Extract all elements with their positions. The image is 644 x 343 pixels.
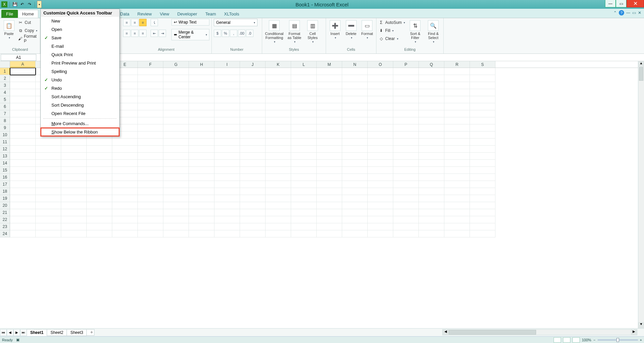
cell[interactable] <box>189 174 214 181</box>
cell[interactable] <box>214 110 240 117</box>
cell[interactable] <box>240 195 266 202</box>
cell[interactable] <box>10 160 36 167</box>
cell[interactable] <box>317 230 342 237</box>
cell[interactable] <box>163 124 189 131</box>
increase-decimal-button[interactable]: .00 <box>238 30 245 37</box>
row-header[interactable]: 8 <box>0 117 10 124</box>
tab-team[interactable]: Team <box>201 10 220 18</box>
cell[interactable] <box>266 110 291 117</box>
fill-button[interactable]: ⬇Fill▾ <box>378 27 405 34</box>
cell[interactable] <box>36 146 61 153</box>
tab-developer[interactable]: Developer <box>173 10 201 18</box>
cell[interactable] <box>342 139 368 146</box>
cell[interactable] <box>214 174 240 181</box>
cell[interactable] <box>138 89 163 96</box>
cell[interactable] <box>214 96 240 103</box>
sheet-tab-sheet3[interactable]: Sheet3 <box>67 329 87 336</box>
qat-menu-item-redo[interactable]: ✓Redo <box>41 84 119 92</box>
cell[interactable] <box>368 124 393 131</box>
cell[interactable] <box>470 181 495 188</box>
cell[interactable] <box>368 75 393 82</box>
row-header[interactable]: 4 <box>0 89 10 96</box>
cell[interactable] <box>61 209 87 216</box>
cell[interactable] <box>317 89 342 96</box>
cell[interactable] <box>36 195 61 202</box>
cell[interactable] <box>470 139 495 146</box>
cell[interactable] <box>87 181 112 188</box>
decrease-indent-button[interactable]: ⇤ <box>151 30 158 37</box>
cell[interactable] <box>444 146 470 153</box>
cell[interactable] <box>266 160 291 167</box>
cell[interactable] <box>163 139 189 146</box>
cell[interactable] <box>419 89 444 96</box>
cell[interactable] <box>419 124 444 131</box>
cell[interactable] <box>87 216 112 223</box>
cell[interactable] <box>368 139 393 146</box>
cell[interactable] <box>419 230 444 237</box>
row-header[interactable]: 22 <box>0 216 10 223</box>
tab-review[interactable]: Review <box>133 10 156 18</box>
cell[interactable] <box>266 103 291 110</box>
horizontal-scrollbar[interactable]: ◀ ▶ <box>442 329 637 335</box>
cell[interactable] <box>342 216 368 223</box>
cell[interactable] <box>240 167 266 174</box>
window-restore-icon[interactable]: ▭ <box>632 10 636 15</box>
cell[interactable] <box>163 160 189 167</box>
cell[interactable] <box>214 209 240 216</box>
cell[interactable] <box>444 139 470 146</box>
cell[interactable] <box>419 223 444 230</box>
cell[interactable] <box>470 110 495 117</box>
cell[interactable] <box>163 68 189 75</box>
cell[interactable] <box>393 96 419 103</box>
cell[interactable] <box>240 146 266 153</box>
scroll-thumb-h[interactable] <box>449 330 536 335</box>
cell[interactable] <box>393 75 419 82</box>
cell[interactable] <box>138 195 163 202</box>
cell[interactable] <box>189 223 214 230</box>
row-header[interactable]: 11 <box>0 139 10 146</box>
cell[interactable] <box>138 230 163 237</box>
percent-button[interactable]: % <box>222 30 229 37</box>
cell[interactable] <box>470 167 495 174</box>
cell[interactable] <box>36 153 61 160</box>
vertical-scrollbar[interactable]: ▲ ▼ <box>638 61 644 328</box>
minimize-ribbon-icon[interactable]: ⌃ <box>613 10 617 15</box>
cell[interactable] <box>189 181 214 188</box>
cell[interactable] <box>61 202 87 209</box>
macro-record-icon[interactable]: ▣ <box>16 338 19 342</box>
cell[interactable] <box>189 75 214 82</box>
cell[interactable] <box>189 202 214 209</box>
cell[interactable] <box>163 223 189 230</box>
cell[interactable] <box>10 89 36 96</box>
cell[interactable] <box>342 153 368 160</box>
qat-menu-item-save[interactable]: ✓Save <box>41 34 119 42</box>
column-header-F[interactable]: F <box>138 61 163 68</box>
cell[interactable] <box>61 160 87 167</box>
qat-menu-item-sort-descending[interactable]: Sort Descending <box>41 101 119 109</box>
cell[interactable] <box>266 153 291 160</box>
cell[interactable] <box>189 110 214 117</box>
clear-button[interactable]: ◇Clear▾ <box>378 35 405 42</box>
cell[interactable] <box>291 82 317 89</box>
cell[interactable] <box>163 167 189 174</box>
cell[interactable] <box>444 131 470 139</box>
cell[interactable] <box>87 202 112 209</box>
cell[interactable] <box>342 160 368 167</box>
cell[interactable] <box>163 181 189 188</box>
row-header[interactable]: 20 <box>0 202 10 209</box>
cell[interactable] <box>87 167 112 174</box>
cell[interactable] <box>393 139 419 146</box>
cell[interactable] <box>36 188 61 195</box>
cell[interactable] <box>189 96 214 103</box>
cell[interactable] <box>189 131 214 139</box>
cell[interactable] <box>10 153 36 160</box>
cell[interactable] <box>189 124 214 131</box>
cell[interactable] <box>138 96 163 103</box>
cell[interactable] <box>112 139 138 146</box>
cell[interactable] <box>87 174 112 181</box>
cell[interactable] <box>291 188 317 195</box>
cell[interactable] <box>444 153 470 160</box>
cell[interactable] <box>393 68 419 75</box>
cell[interactable] <box>138 181 163 188</box>
cell[interactable] <box>291 75 317 82</box>
